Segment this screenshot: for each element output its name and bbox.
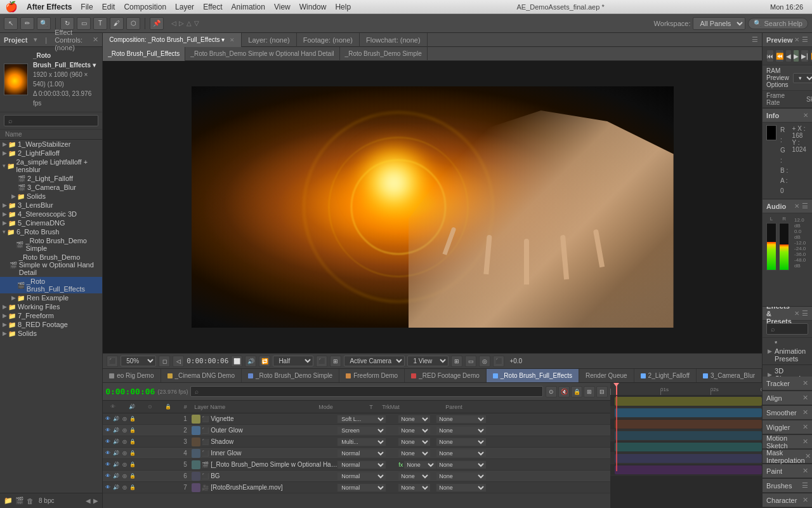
smoother-close[interactable]: ✕ [802,408,808,417]
lock-switch[interactable]: 🔒 [129,415,136,423]
delete-btn[interactable]: 🗑 [27,497,34,505]
video-switch[interactable]: 👁 [104,415,112,423]
view-tab-full-effects[interactable]: _Roto Brush_Full_Effects [103,47,185,61]
frame-indicator[interactable]: ⬜ [231,356,242,367]
tree-item[interactable]: ▶📁8_RED Footage [0,320,102,329]
video-switch[interactable]: 👁 [104,450,112,457]
audio-close-btn[interactable]: ✕ [794,203,799,210]
3d-channel-header[interactable]: ▶ 3D Channel [763,365,812,377]
overlay[interactable]: ◎ [479,356,490,367]
track-row[interactable] [610,430,762,441]
align-close[interactable]: ✕ [802,394,808,402]
timeline-tab-roto-simple[interactable]: _Roto Brush_Demo Simple [242,369,339,383]
effects-search-input[interactable] [766,323,808,335]
timeline-search-input[interactable] [190,386,543,397]
parent-select[interactable]: None [436,438,486,446]
select-tool[interactable]: ↖ [4,17,18,30]
audio-panel-menu[interactable]: ☰ [802,202,808,210]
video-switch[interactable]: 👁 [104,472,112,480]
fit-to-view[interactable]: ◻ [159,356,170,367]
composition-tab[interactable]: Composition: _Roto Brush_Full_Effects ▾ … [103,33,242,47]
timeline-track-area[interactable] [610,396,762,508]
parent-select[interactable]: None [436,427,486,434]
solo-switch[interactable]: ◎ [121,484,128,491]
quality-select[interactable]: HalfFullQuarter [273,356,313,366]
audio-panel-header[interactable]: Audio ✕ ☰ [763,199,812,213]
menu-effect[interactable]: Effect [203,3,222,11]
3d-grid[interactable]: ⊞ [451,356,462,367]
character-close[interactable]: ✕ [802,496,808,504]
parent-select[interactable]: None [436,472,486,480]
ram-preview-select[interactable]: ▾ [793,73,812,83]
video-switch[interactable]: 👁 [104,461,112,469]
layer-mode-select[interactable]: Screen [337,427,386,434]
info-close-btn[interactable]: ✕ [803,112,808,119]
zoom-tool[interactable]: 🔍 [37,17,51,30]
scroll-left-btn[interactable]: ◀ [86,497,91,504]
motion-sketch-header[interactable]: Motion Sketch ✕ [763,435,812,449]
audio-toggle[interactable]: 🔊 [245,356,256,367]
timeline-tab-cinema[interactable]: _Cinema DNG Demo [161,369,242,383]
trkmatte-select[interactable]: None [398,415,430,423]
layer-row[interactable]: 👁 🔊 ◎ 🔒 3 ⬛ Shadow Multi... None None [103,436,610,448]
first-frame-btn[interactable]: ⏮ [766,50,774,62]
stamp-tool[interactable]: ⬡ [126,17,140,30]
grid-toggle[interactable]: ⊞ [330,356,341,367]
solo-switch[interactable]: ◎ [121,450,128,457]
layer-row[interactable]: 👁 🔊 ◎ 🔒 4 ⬛ Inner Glow Normal None None [103,448,610,459]
effects-close-btn[interactable]: ✕ [794,310,799,317]
layer-mode-select[interactable]: Normal [337,461,386,469]
tree-item[interactable]: ▶📁4_Stereoscopic 3D [0,210,102,218]
tree-item[interactable]: ▶📁7_Freeform [0,311,102,320]
effects-panel-header[interactable]: Effects & Presets ✕ ☰ [763,307,812,321]
animation-presets-header[interactable]: ▶ * Animation Presets [763,338,812,365]
search-help-box[interactable]: 🔍 Search Help [748,18,808,29]
track-row[interactable] [610,453,762,464]
paint-header[interactable]: Paint ✕ [763,464,812,478]
parent-select[interactable]: None [436,450,486,457]
layer-row[interactable]: 👁 🔊 ◎ 🔒 7 🎥 [RotoBrushExample.mov] Norma… [103,482,610,493]
track-row[interactable] [610,464,762,476]
tree-item[interactable]: ▶📁Solids [0,329,102,338]
camera-select[interactable]: Active CameraFrontLeft [344,356,405,366]
timeline-tab-rig[interactable]: eo Rig Demo [103,369,160,383]
tree-item[interactable]: ▶📁Ren Example [0,293,102,302]
lock-switch[interactable]: 🔒 [129,450,136,457]
lock-switch[interactable]: 🔒 [129,427,136,434]
flowchart-tab[interactable]: Flowchart: (none) [360,33,428,47]
timeline-tab-render[interactable]: Render Queue [579,369,634,383]
timeline-ruler[interactable]: 01s 02s 03s [610,383,762,396]
view-tab-hand-detail[interactable]: _Roto Brush_Demo Simple w Optional Hand … [185,47,339,61]
shape-tool[interactable]: ▭ [77,17,91,30]
menu-animation[interactable]: Animation [232,3,265,11]
rotate-tool[interactable]: ↻ [60,17,74,30]
lock-switch[interactable]: 🔒 [129,472,136,480]
video-switch[interactable]: 👁 [104,427,112,434]
layer-mode-select[interactable]: Normal [337,484,386,491]
lock-switch[interactable]: 🔒 [129,438,136,446]
solo-switch[interactable]: ◎ [121,415,128,423]
track-row[interactable] [610,407,762,418]
trkmatte-select[interactable]: None [398,472,430,480]
solo-switch[interactable]: ◎ [121,461,128,469]
smoother-header[interactable]: Smoother ✕ [763,406,812,420]
tracker-close[interactable]: ✕ [802,379,808,387]
parent-select[interactable]: None [436,415,486,423]
timeline-tab-freeform[interactable]: Freeform Demo [339,369,405,383]
audio-switch[interactable]: 🔊 [112,484,120,491]
layer-row[interactable]: 👁 🔊 ◎ 🔒 2 ⬛ Outer Glow Screen None None [103,425,610,436]
tracker-header[interactable]: Tracker ✕ [763,377,812,391]
layer-mode-select[interactable]: Normal [337,472,386,480]
audio-switch[interactable]: 🔊 [112,415,120,423]
tree-item[interactable]: 🎬_Roto Brush_Full_Effects [0,277,102,293]
timeline-tab-full-effects[interactable]: _Roto Brush_Full_Effects [487,369,579,383]
layer-mode-select[interactable]: Multi... [337,438,386,446]
menu-file[interactable]: File [81,3,93,11]
zoom-select[interactable]: 50%100%25% [121,356,156,366]
info-panel-header[interactable]: Info ✕ [763,109,812,123]
solo-switch[interactable]: ◎ [121,438,128,446]
panel-close-btn[interactable]: ✕ [93,36,98,44]
mask-interpolation-header[interactable]: Mask Interpolation ✕ [763,450,812,464]
align-header[interactable]: Align ✕ [763,391,812,405]
transparency-toggle[interactable]: ⬛ [316,356,327,367]
